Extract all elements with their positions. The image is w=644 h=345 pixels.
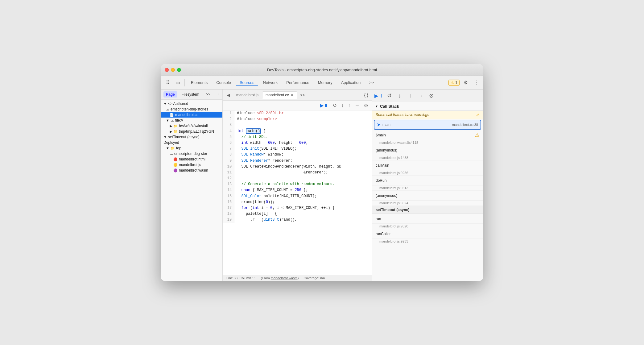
tree-deployed[interactable]: ▼ setTimeout (async)	[161, 134, 222, 140]
tree-file[interactable]: ▼ ☁ file://	[161, 118, 222, 123]
step-out-icon[interactable]: ↑	[347, 102, 352, 109]
line-code[interactable]: SDL_Color palette[MAX_ITER_COUNT];	[234, 193, 372, 199]
step-out-btn[interactable]: ↑	[406, 91, 415, 100]
line-code[interactable]: palette[i] = {	[234, 211, 372, 217]
line-code[interactable]: SDL_Window* window;	[234, 152, 372, 158]
tab-console[interactable]: Console	[213, 79, 235, 86]
sidebar-tab-filesystem[interactable]: Filesystem	[179, 91, 202, 98]
line-code[interactable]: #include <complex>	[234, 116, 372, 122]
tab-mandelbrot-cc[interactable]: mandelbrot.cc ✕	[262, 91, 297, 99]
tree-emscripten-authored[interactable]: ☁ emscripten-dbg-stories	[161, 106, 222, 112]
deactivate-breakpoints-icon[interactable]: ⊘	[363, 102, 369, 109]
line-code[interactable]	[234, 122, 372, 128]
code-text: 0	[266, 200, 268, 204]
warning-badge[interactable]: ⚠ 1	[448, 80, 460, 86]
code-line-14: 14 enum { MAX_ITER_COUNT = 256 };	[223, 187, 372, 193]
pretty-print-icon[interactable]: { }	[362, 91, 370, 99]
code-text: for	[242, 206, 248, 210]
warning-count: 1	[455, 81, 457, 85]
step-into-icon[interactable]: ↓	[340, 102, 345, 109]
cursor-position: Line 38, Column 11	[226, 276, 256, 280]
step-icon[interactable]: →	[353, 102, 361, 109]
minimize-button[interactable]	[171, 68, 175, 72]
code-editor[interactable]: 1 #include <SDL2/SDL.h> 2 #include <comp…	[223, 110, 372, 275]
tab-close-icon[interactable]: ✕	[290, 93, 294, 97]
tab-memory[interactable]: Memory	[314, 79, 336, 86]
step-over-icon[interactable]: ↺	[332, 102, 338, 109]
folder-icon: 📁	[173, 124, 178, 128]
tab-sources[interactable]: Sources	[236, 79, 258, 86]
line-code[interactable]: SDL_Renderer* renderer;	[234, 158, 372, 164]
tab-more[interactable]: >>	[365, 79, 378, 86]
tab-mandelbrot-js[interactable]: mandelbrot.js	[233, 92, 262, 98]
frame-name: (anonymous)	[376, 193, 479, 198]
tree-mandelbrot-cc[interactable]: 📄 mandelbrot.cc	[161, 112, 222, 118]
tree-top[interactable]: ▼ 📁 top	[161, 145, 222, 151]
line-code[interactable]: srand(time(0));	[234, 199, 372, 205]
resume-icon[interactable]: ▶⏸	[319, 102, 330, 109]
code-line-8: 8 SDL_Window* window;	[223, 152, 372, 158]
resume-btn[interactable]: ▶⏸	[374, 91, 383, 100]
callstack-item-run[interactable]: run	[372, 214, 483, 224]
line-code[interactable]: SDL_CreateWindowAndRenderer(width, heigh…	[234, 164, 372, 170]
file-wasm-icon: 🟣	[173, 168, 178, 172]
line-code[interactable]: int width = 600, height = 600;	[234, 140, 372, 146]
code-line-7: 7 SDL_Init(SDL_INIT_VIDEO);	[223, 146, 372, 152]
call-stack-header[interactable]: ▼ Call Stack	[372, 102, 483, 111]
line-code[interactable]: SDL_Init(SDL_INIT_VIDEO);	[234, 146, 372, 152]
tab-application[interactable]: Application	[337, 79, 365, 86]
tree-mandelbrot-js[interactable]: 🟡 mandelbrot.js	[161, 162, 222, 168]
callstack-item-callmain[interactable]: callMain	[372, 160, 483, 170]
line-code[interactable]: .r = (uint8_t)rand(),	[234, 217, 372, 223]
tree-mandelbrot-wasm[interactable]: 🟣 mandelbrot.wasm	[161, 168, 222, 173]
selector-icon[interactable]: ⠿	[163, 78, 172, 87]
line-number: 4	[223, 128, 234, 134]
tab-elements[interactable]: Elements	[187, 79, 211, 86]
callstack-item-main[interactable]: ➤ main mandelbrot.cc:38	[374, 120, 481, 130]
device-icon[interactable]: ▭	[173, 78, 182, 87]
code-text: SDL_Renderer	[242, 159, 268, 163]
line-code[interactable]: for (int i = 0; i < MAX_ITER_COUNT; ++i)…	[234, 205, 372, 211]
tree-authored[interactable]: ▼ <> Authored	[161, 101, 222, 106]
callstack-item-smain[interactable]: $main ⚠	[372, 130, 483, 140]
tree-emscripten-deployed[interactable]: ☁ emscripten-dbg-stor	[161, 151, 222, 156]
tree-install[interactable]: ▶ 📁 b/s/w/ir/x/w/install	[161, 123, 222, 129]
line-code[interactable]: &renderer);	[234, 170, 372, 176]
sidebar-tab-more[interactable]: >>	[204, 91, 213, 98]
tab-network[interactable]: Network	[259, 79, 282, 86]
code-text: SDL_Init	[242, 147, 259, 151]
tree-label: Deployed	[163, 140, 179, 145]
deactivate-breakpoints-btn[interactable]: ⊘	[427, 91, 436, 100]
callstack-item-anon2[interactable]: (anonymous)	[372, 191, 483, 201]
step-into-btn[interactable]: ↓	[395, 91, 404, 100]
tree-mandelbrot-html[interactable]: 🔴 mandelbrot.html	[161, 156, 222, 162]
line-number: 16	[223, 199, 234, 205]
line-code[interactable]: #include <SDL2/SDL.h>	[234, 110, 372, 116]
tab-performance[interactable]: Performance	[283, 79, 313, 86]
tabs-more[interactable]: >>	[298, 91, 307, 99]
tree-tmp[interactable]: ▶ 📁 tmp/tmp.ELcTq2YGN	[161, 129, 222, 134]
maximize-button[interactable]	[177, 68, 181, 72]
source-link[interactable]: mandelbrot.wasm	[271, 276, 298, 280]
sidebar-more-icon[interactable]: ⋮	[216, 92, 220, 97]
settings-icon[interactable]: ⚙	[461, 78, 470, 87]
callstack-item-runcaller[interactable]: runCaller	[372, 229, 483, 239]
code-line-5: 5 // init SDL.	[223, 134, 372, 140]
line-code[interactable]: // Generate a palette with random colour…	[234, 181, 372, 187]
line-code[interactable]: enum { MAX_ITER_COUNT = 256 };	[234, 187, 372, 193]
line-code[interactable]	[234, 176, 372, 181]
line-code[interactable]: int main() {	[234, 128, 372, 134]
callstack-item-anon1[interactable]: (anonymous)	[372, 145, 483, 155]
sidebar-tab-page[interactable]: Page	[163, 91, 177, 98]
sidebar-toggle[interactable]: ◀	[224, 91, 233, 99]
line-code[interactable]: // init SDL.	[234, 134, 372, 140]
file-html-icon: 🔴	[173, 157, 178, 161]
step-btn[interactable]: →	[416, 91, 425, 100]
callstack-item-dorun[interactable]: doRun	[372, 176, 483, 185]
close-button[interactable]	[165, 68, 169, 72]
more-icon[interactable]: ⋮	[472, 78, 481, 87]
async-separator: setTimeout (async)	[372, 206, 483, 214]
step-over-btn[interactable]: ↺	[385, 91, 394, 100]
right-panel: ▶⏸ ↺ ↓ ↑ → ⊘ ▼ Call Stack Some call fram…	[372, 89, 483, 281]
tree-label: b/s/w/ir/x/w/install	[179, 124, 208, 128]
